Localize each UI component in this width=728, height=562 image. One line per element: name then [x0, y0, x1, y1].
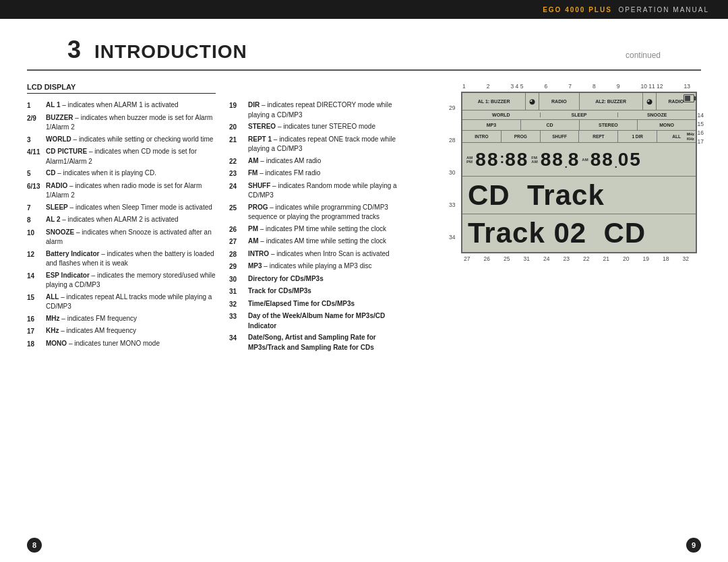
list-item: 25 PROG – indicates while programming CD… [229, 203, 398, 222]
page-number-right: 9 [686, 538, 701, 553]
page-header: EGO 4000 PLUS OPERATION MANUAL [0, 0, 728, 19]
lcd-cell-al2: AL2: BUZZER [580, 93, 643, 110]
list-item: 24 SHUFF – indicates Random mode while p… [229, 181, 398, 201]
list-item: 7 SLEEP – indicates when Sleep Timer mod… [27, 203, 216, 214]
item-number: 30 [229, 274, 248, 285]
list-item: 33 Day of the Week/Album Name for MP3s/C… [229, 311, 398, 331]
item-number: 2/9 [27, 113, 46, 124]
list-item: 18 MONO – indicates tuner MONO mode [27, 339, 216, 350]
battery-icon [684, 94, 694, 102]
item-text: Date/Song, Artist and Sampling Rate for … [248, 333, 398, 352]
item-number: 32 [229, 299, 248, 310]
list-item: 31 Track for CDs/MP3s [229, 286, 398, 297]
radio-icon-2: ◕ [646, 98, 653, 105]
section-subtitle: continued [626, 51, 661, 60]
item-number: 20 [229, 122, 248, 133]
item-number: 31 [229, 286, 248, 297]
lcd-cell-radio-icon-2: ◕ [643, 93, 657, 110]
lcd-cell-prog: PROG [502, 131, 541, 142]
item-number: 14 [27, 271, 46, 282]
list-item: 22 AM – indicates AM radio [229, 156, 398, 167]
item-text: Directory for CDs/MP3s [248, 274, 398, 284]
item-text: MONO – indicates tuner MONO mode [46, 339, 216, 349]
digits-5: 88 [590, 150, 614, 169]
item-number: 1 [27, 100, 46, 111]
item-text: WORLD – indicates while setting or check… [46, 135, 216, 145]
lcd-row-3: MP3 CD STEREO MONO [462, 120, 696, 131]
item-text: SNOOZE – indicates when Snooze is activa… [46, 228, 216, 247]
am-indicator-3: AM [582, 158, 588, 162]
lcd-cell-world: WORLD [462, 113, 541, 117]
item-text: PM – indicates PM time while setting the… [248, 224, 398, 235]
lcd-big-text-2: Track 02 CD [468, 217, 646, 249]
pm-indicator-1: PM [466, 160, 473, 164]
page-number-left: 8 [27, 538, 42, 553]
item-number: 34 [229, 333, 248, 344]
lcd-cell-stereo: STEREO [580, 120, 638, 130]
dot-separator: . [565, 160, 568, 173]
list-item: 3 WORLD – indicates while setting or che… [27, 135, 216, 146]
lcd-row-4: INTRO PROG SHUFF REPT 1 DIR ALL MHz KHz [462, 131, 696, 143]
item-text: MP3 – indicates while playing a MP3 disc [248, 261, 398, 272]
item-number: 18 [27, 339, 46, 350]
item-text: AL 2 – indicates when ALARM 2 is activat… [46, 215, 216, 225]
section-title: INTRODUCTION [94, 41, 247, 63]
digit-group-3: AM [582, 158, 588, 162]
item-text: Time/Elapsed Time for CDs/MP3s [248, 299, 398, 309]
lcd-cell-radio-1: RADIO [539, 93, 579, 110]
item-text: ALL – indicates repeat ALL tracks mode w… [46, 292, 216, 312]
list-item: 2/9 BUZZER – indicates when buzzer mode … [27, 113, 216, 133]
battery-fill [685, 96, 690, 101]
list-item: 17 KHz – indicates AM frequency [27, 326, 216, 337]
battery-terminal [694, 96, 696, 100]
list-item: 20 STEREO – indicates tuner STEREO mode [229, 122, 398, 133]
khz-label: KHz [687, 137, 694, 142]
list-item: 4/11 CD PICTURE – indicates when CD mode… [27, 147, 216, 166]
lcd-row-2: WORLD SLEEP SNOOZE [462, 111, 696, 120]
list-item: 27 AM – indicates AM time while setting … [229, 237, 398, 247]
item-number: 8 [27, 215, 46, 226]
item-number: 28 [229, 249, 248, 260]
item-text: CD – indicates when it is playing CD. [46, 168, 216, 179]
lcd-cell-intro: INTRO [462, 131, 502, 142]
list-item: 16 MHz – indicates FM frequency [27, 314, 216, 325]
item-number: 3 [27, 135, 46, 146]
item-text: Day of the Week/Album Name for MP3s/CD I… [248, 311, 398, 331]
right-callouts: 14 15 16 17 [698, 92, 704, 145]
list-item: 28 INTRO – indicates when Intro Scan is … [229, 249, 398, 260]
header-title: EGO 4000 PLUS OPERATION MANUAL [543, 6, 709, 13]
item-number: 23 [229, 168, 248, 179]
digits-3: 88 [541, 150, 564, 169]
top-callout-numbers: 1 2 3 4 5 6 7 8 9 10 11 12 13 [452, 83, 701, 92]
item-number: 19 [229, 100, 248, 111]
right-column: 1 2 3 4 5 6 7 8 9 10 11 12 13 29 28 [411, 83, 701, 555]
item-number: 22 [229, 156, 248, 167]
lcd-cell-rept: REPT [579, 131, 618, 142]
bottom-callout-numbers: 27 26 25 31 24 23 22 21 20 19 18 32 [452, 253, 701, 262]
item-number: 29 [229, 261, 248, 272]
digits-2: 88 [505, 150, 528, 169]
lcd-display-heading: LCD DISPLAY [27, 83, 216, 94]
lcd-cell-1dir: 1 DIR [618, 131, 657, 142]
digit-group-1: AM PM [466, 156, 473, 164]
am-indicator-2: AM [531, 160, 537, 164]
item-text: ESP Indicator – indicates the memory sto… [46, 271, 216, 290]
lcd-cell-snooze: SNOOZE [618, 113, 696, 117]
item-number: 15 [27, 292, 46, 303]
list-item: 26 PM – indicates PM time while setting … [229, 224, 398, 235]
list-item: 32 Time/Elapsed Time for CDs/MP3s [229, 299, 398, 310]
item-text: SHUFF – indicates Random mode while play… [248, 181, 398, 201]
lcd-diagram: 1 2 3 4 5 6 7 8 9 10 11 12 13 29 28 [452, 83, 701, 262]
list-item: 10 SNOOZE – indicates when Snooze is act… [27, 228, 216, 247]
content-area: LCD DISPLAY 1 AL 1 – indicates when ALAR… [0, 71, 728, 562]
item-text: MHz – indicates FM frequency [46, 314, 216, 324]
item-text: INTRO – indicates when Intro Scan is act… [248, 249, 398, 259]
item-text: RADIO – indicates when radio mode is set… [46, 181, 216, 201]
list-item: 8 AL 2 – indicates when ALARM 2 is activ… [27, 215, 216, 226]
item-text: PROG – indicates while programming CD/MP… [248, 203, 398, 222]
list-item: 23 FM – indicates FM radio [229, 168, 398, 179]
list-item: 5 CD – indicates when it is playing CD. [27, 168, 216, 179]
dot-separator-2: . [615, 160, 617, 173]
item-text: KHz – indicates AM frequency [46, 326, 216, 336]
lcd-cell-mp3: MP3 [462, 120, 521, 130]
